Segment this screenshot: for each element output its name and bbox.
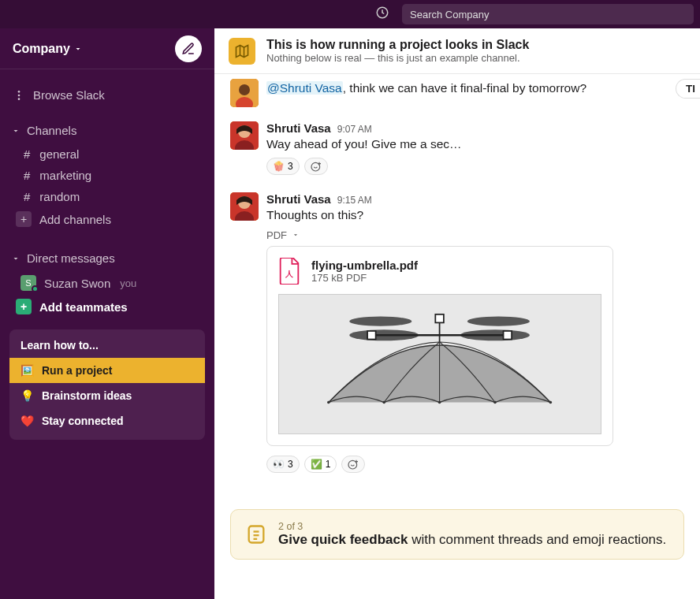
attachment-type-label[interactable]: PDF [266,229,684,241]
svg-point-27 [494,401,497,404]
svg-rect-22 [367,331,376,340]
main-panel: This is how running a project looks in S… [214,28,700,599]
message: @Shruti Vasa, think we can have it final… [214,77,700,112]
workspace-name: Company [13,42,70,56]
tip-step: 2 of 3 [278,521,666,532]
file-preview [278,294,601,434]
slide-icon: 🖼️ [20,364,34,377]
svg-rect-21 [436,314,445,323]
avatar[interactable] [230,79,259,107]
message-text: @Shruti Vasa, think we can have it final… [266,80,684,97]
svg-point-5 [239,84,250,95]
add-channels[interactable]: + Add channels [0,207,214,231]
caret-down-icon [11,254,20,263]
channels-section-header[interactable]: Channels [0,117,214,143]
chevron-down-icon [73,44,83,54]
message: Shruti Vasa 9:07 AM Way ahead of you! Gi… [214,117,700,180]
message-time: 9:07 AM [337,124,372,135]
top-bar: Search Company [0,0,700,28]
file-meta: 175 kB PDF [311,272,418,284]
tip-card: 2 of 3 Give quick feedback with comment … [230,509,684,560]
add-reaction-button[interactable] [341,456,365,473]
dm-section-header[interactable]: Direct messages [0,245,214,271]
heart-icon: ❤️ [20,415,34,427]
message: Shruti Vasa 9:15 AM Thoughts on this? PD… [214,188,700,477]
channel-subtitle: Nothing below is real — this is just an … [266,52,529,64]
learn-box: Learn how to... 🖼️Run a project 💡Brainst… [9,329,205,440]
tip-text: Give quick feedback with comment threads… [278,532,666,548]
add-reaction-icon [347,458,359,471]
history-icon[interactable] [375,6,389,23]
message-list: Tl @Shruti Vasa, think we can have it fi… [214,74,700,599]
learn-run-project[interactable]: 🖼️Run a project [9,358,205,383]
hash-icon: # [24,169,30,182]
plus-icon: + [16,211,32,227]
svg-point-3 [18,98,20,100]
search-placeholder: Search Company [410,9,489,20]
svg-point-25 [383,401,386,404]
learn-brainstorm[interactable]: 💡Brainstorm ideas [9,383,205,408]
caret-down-icon [292,231,300,239]
sidebar: Company Browse Slack Channels #general #… [0,28,214,599]
browse-slack[interactable]: Browse Slack [0,84,214,106]
eyes-emoji: 👀 [273,459,285,470]
learn-stay-connected[interactable]: ❤️Stay connected [9,408,205,433]
thread-button[interactable]: Tl [676,79,700,99]
reactions: 🍿3 [266,158,684,175]
more-vertical-icon [13,89,25,102]
file-attachment[interactable]: 人 flying-umbrella.pdf 175 kB PDF [266,246,613,446]
message-author[interactable]: Shruti Vasa [266,192,331,206]
message-author[interactable]: Shruti Vasa [266,121,331,135]
dm-self[interactable]: S Suzan Swon you [0,271,214,295]
add-reaction-button[interactable] [304,158,328,175]
plus-icon: + [16,299,32,314]
svg-point-24 [327,401,330,404]
reaction[interactable]: 🍿3 [266,158,300,175]
svg-rect-23 [504,331,512,340]
avatar: S [20,275,36,291]
avatar[interactable] [230,192,259,221]
svg-point-2 [18,94,20,96]
map-icon [229,38,255,65]
add-reaction-icon [310,160,322,173]
avatar[interactable] [230,121,259,150]
svg-point-15 [350,316,412,326]
channel-header: This is how running a project looks in S… [214,28,700,74]
message-time: 9:15 AM [337,195,372,206]
reactions: 👀3 ✅1 [266,456,684,473]
channel-general[interactable]: #general [0,143,214,165]
file-name: flying-umbrella.pdf [311,259,418,272]
reaction[interactable]: 👀3 [266,456,300,473]
learn-title: Learn how to... [9,339,205,358]
mention[interactable]: @Shruti Vasa [266,81,343,95]
pdf-icon: 人 [278,258,300,285]
channel-title: This is how running a project looks in S… [266,38,529,52]
hash-icon: # [24,147,30,161]
svg-point-28 [549,401,553,404]
add-teammates[interactable]: + Add teammates [0,295,214,318]
compose-button[interactable] [175,35,202,62]
presence-indicator [32,285,39,292]
svg-text:人: 人 [285,270,294,278]
workspace-header[interactable]: Company [0,28,214,69]
channel-marketing[interactable]: #marketing [0,165,214,186]
svg-point-26 [438,401,441,404]
channel-random[interactable]: #random [0,186,214,207]
svg-point-16 [467,316,530,326]
hash-icon: # [24,190,30,203]
message-text: Way ahead of you! Give me a sec… [266,136,684,153]
reaction[interactable]: ✅1 [304,456,337,473]
check-emoji: ✅ [311,459,322,470]
svg-point-1 [18,91,20,93]
popcorn-emoji: 🍿 [273,161,285,172]
message-text: Thoughts on this? [266,206,684,224]
bulb-icon: 💡 [20,389,34,402]
search-input[interactable]: Search Company [402,4,694,24]
note-icon [245,523,267,545]
caret-down-icon [11,126,20,136]
